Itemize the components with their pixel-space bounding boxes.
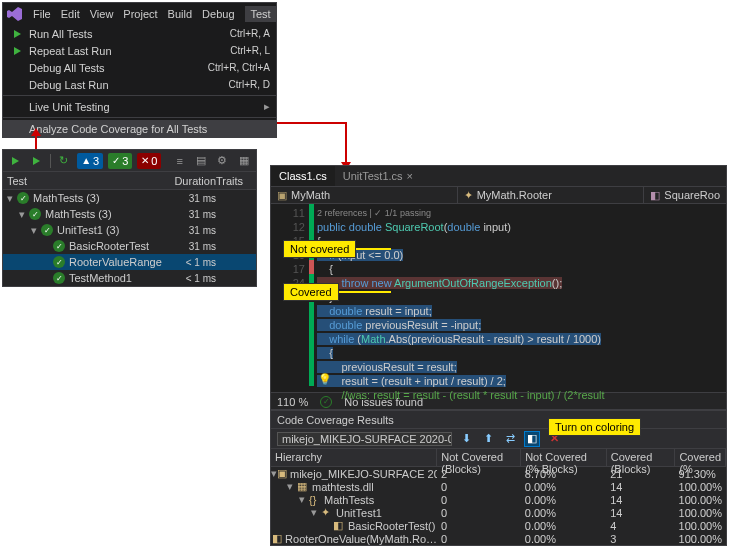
callout-covered: Covered xyxy=(283,283,339,301)
merge-icon[interactable]: ⇄ xyxy=(502,431,518,447)
annotation-arrow-icon xyxy=(277,122,352,170)
menu-run-all-tests[interactable]: Run All Tests Ctrl+R, A xyxy=(3,25,276,42)
test-explorer-header: Test Duration Traits xyxy=(3,172,256,190)
editor-nav-bar[interactable]: ▣MyMath ✦MyMath.Rooter ◧SquareRoo xyxy=(271,186,726,204)
coverage-file-select[interactable]: mikejo_MIKEJO-SURFACE 2020-03-31 13_4 ▾ xyxy=(277,432,452,446)
test-explorer-rows: ▾✓MathTests (3)31 ms▾✓MathTests (3)31 ms… xyxy=(3,190,256,286)
pass-icon: ✓ xyxy=(29,208,41,220)
callout-turn-on-coloring: Turn on coloring xyxy=(548,418,641,436)
source-text: 2 references | ✓ 1/1 passingpublic doubl… xyxy=(317,206,605,402)
menu-project[interactable]: Project xyxy=(123,8,157,20)
pass-icon: ✓ xyxy=(53,256,65,268)
group-icon[interactable]: ▤ xyxy=(193,152,209,170)
col-not-covered-pct[interactable]: Not Covered (% Blocks) xyxy=(521,449,607,466)
callout-line xyxy=(332,291,391,293)
coverage-rows: ▾▣mikejo_MIKEJO-SURFACE 2020-03-31 13_28… xyxy=(271,467,726,546)
pass-icon: ✓ xyxy=(53,272,65,284)
menu-edit[interactable]: Edit xyxy=(61,8,80,20)
test-explorer-panel: ↻ ▲ 3 ✓ 3 ✕ 0 ≡ ▤ ⚙ ▦ Test Duration Trai… xyxy=(2,149,257,287)
lightbulb-icon[interactable]: 💡 xyxy=(318,373,330,385)
filter-icon[interactable]: ≡ xyxy=(171,152,187,170)
test-row[interactable]: ✓BasicRooterTest31 ms xyxy=(3,238,256,254)
playlist-icon[interactable]: ▦ xyxy=(236,152,252,170)
coverage-row[interactable]: ▾▣mikejo_MIKEJO-SURFACE 2020-03-31 13_28… xyxy=(271,467,726,480)
test-row[interactable]: ▾✓UnitTest1 (3)31 ms xyxy=(3,222,256,238)
coverage-toolbar: mikejo_MIKEJO-SURFACE 2020-03-31 13_4 ▾ … xyxy=(271,429,726,449)
col-covered-pct[interactable]: Covered (% xyxy=(675,449,726,466)
col-traits[interactable]: Traits xyxy=(216,175,252,187)
code-coverage-results-panel: Code Coverage Results mikejo_MIKEJO-SURF… xyxy=(270,410,727,546)
pass-icon: ✓ xyxy=(41,224,53,236)
repeat-icon[interactable]: ↻ xyxy=(56,152,72,170)
coverage-row[interactable]: ◧RooterValueRange()00.00%6100.00% xyxy=(271,545,726,546)
menu-repeat-last-run[interactable]: Repeat Last Run Ctrl+R, L xyxy=(3,42,276,59)
menu-bar: File Edit View Project Build Debug Test … xyxy=(2,2,277,138)
col-not-covered-blocks[interactable]: Not Covered (Blocks) xyxy=(437,449,521,466)
failed-badge: ✕ 0 xyxy=(137,153,161,169)
import-icon[interactable]: ⬇ xyxy=(458,431,474,447)
coverage-header: Hierarchy Not Covered (Blocks) Not Cover… xyxy=(271,449,726,467)
pass-icon: ✓ xyxy=(17,192,29,204)
coverage-row[interactable]: ◧RooterOneValue(MyMath.Ro…00.00%3100.00% xyxy=(271,532,726,545)
coverage-row[interactable]: ▾▦mathtests.dll00.00%14100.00% xyxy=(271,480,726,493)
submenu-arrow-icon: ▸ xyxy=(264,100,270,113)
main-menu[interactable]: File Edit View Project Build Debug Test xyxy=(3,3,276,25)
col-duration[interactable]: Duration xyxy=(166,175,216,187)
close-icon[interactable]: × xyxy=(407,170,413,182)
code-area[interactable]: 111215161724 2 references | ✓ 1/1 passin… xyxy=(271,204,726,392)
menu-live-unit-testing[interactable]: Live Unit Testing ▸ xyxy=(3,98,276,115)
menu-view[interactable]: View xyxy=(90,8,114,20)
run-all-icon[interactable] xyxy=(7,152,23,170)
test-row[interactable]: ✓TestMethod1< 1 ms xyxy=(3,270,256,286)
menu-debug[interactable]: Debug xyxy=(202,8,234,20)
editor-tabs: Class1.cs UnitTest1.cs× xyxy=(271,166,726,186)
play-icon xyxy=(9,47,25,55)
play-icon xyxy=(9,30,25,38)
menu-debug-last-run[interactable]: Debug Last Run Ctrl+R, D xyxy=(3,76,276,93)
coverage-title: Code Coverage Results xyxy=(271,411,726,429)
zoom-level[interactable]: 110 % xyxy=(277,396,308,408)
tab-unittest1[interactable]: UnitTest1.cs× xyxy=(335,166,421,186)
settings-icon[interactable]: ⚙ xyxy=(214,152,230,170)
col-hierarchy[interactable]: Hierarchy xyxy=(271,449,437,466)
total-badge: ▲ 3 xyxy=(77,153,103,169)
menu-build[interactable]: Build xyxy=(168,8,192,20)
test-row[interactable]: ✓RooterValueRange< 1 ms xyxy=(3,254,256,270)
passed-badge: ✓ 3 xyxy=(108,153,132,169)
menu-analyze-code-coverage[interactable]: Analyze Code Coverage for All Tests xyxy=(3,120,276,137)
coverage-row[interactable]: ▾✦UnitTest100.00%14100.00% xyxy=(271,506,726,519)
menu-file[interactable]: File xyxy=(33,8,51,20)
test-row[interactable]: ▾✓MathTests (3)31 ms xyxy=(3,206,256,222)
toolbar-sep xyxy=(50,154,51,168)
menu-test[interactable]: Test xyxy=(245,6,277,22)
tab-class1[interactable]: Class1.cs xyxy=(271,166,335,186)
menu-debug-all-tests[interactable]: Debug All Tests Ctrl+R, Ctrl+A xyxy=(3,59,276,76)
coverage-row[interactable]: ◧BasicRooterTest()00.00%4100.00% xyxy=(271,519,726,532)
callout-not-covered: Not covered xyxy=(283,240,356,258)
pass-icon: ✓ xyxy=(53,240,65,252)
coverage-row[interactable]: ▾{}MathTests00.00%14100.00% xyxy=(271,493,726,506)
export-icon[interactable]: ⬆ xyxy=(480,431,496,447)
test-row[interactable]: ▾✓MathTests (3)31 ms xyxy=(3,190,256,206)
test-explorer-toolbar: ↻ ▲ 3 ✓ 3 ✕ 0 ≡ ▤ ⚙ ▦ xyxy=(3,150,256,172)
show-coloring-button[interactable]: ◧ xyxy=(524,431,540,447)
col-covered-blocks[interactable]: Covered (Blocks) xyxy=(607,449,676,466)
test-menu-dropdown: Run All Tests Ctrl+R, A Repeat Last Run … xyxy=(3,25,276,137)
vs-logo-icon xyxy=(7,6,23,22)
run-icon[interactable] xyxy=(28,152,44,170)
col-test[interactable]: Test xyxy=(7,175,166,187)
